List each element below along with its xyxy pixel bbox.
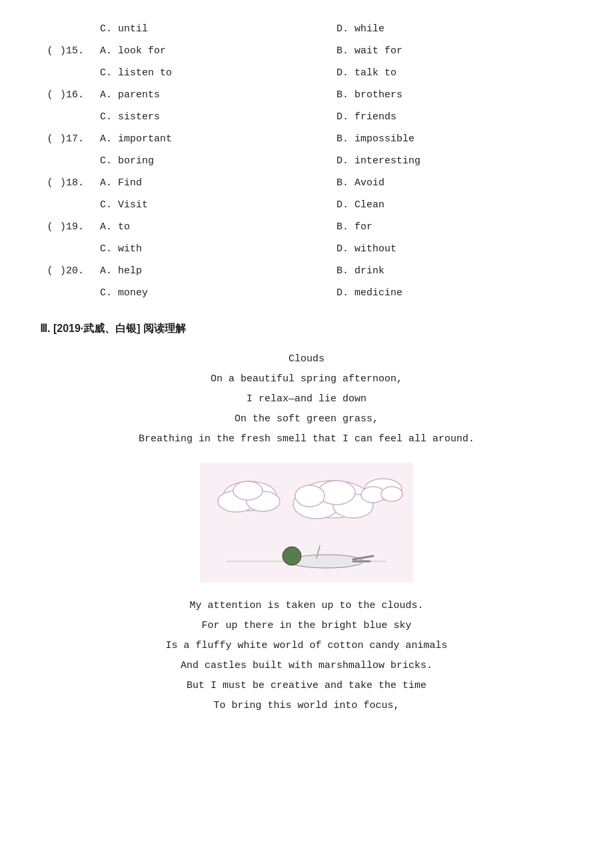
paren-19: ( [40,218,60,236]
question-18-cd: C. Visit D. Clean [40,196,573,214]
option-18d: D. Clean [336,196,573,214]
option-17b: B. impossible [336,130,573,148]
question-14-cd: C. until D. while [40,20,573,38]
paren-16: ( [40,86,60,104]
section-bracket: [2019·武威、白银] [53,323,141,334]
option-18b: B. Avoid [336,174,573,192]
option-19a: A. to [100,218,336,236]
paren-18: ( [40,174,60,192]
svg-point-12 [381,487,402,501]
poem-line-3: On the soft green grass, [40,409,573,429]
svg-point-15 [283,547,301,565]
option-19d: D. without [336,240,573,258]
question-20-cd: C. money D. medicine [40,284,573,302]
question-19-ab: ( )19. A. to B. for [40,218,573,236]
cloud-illustration [200,463,413,583]
option-16c: C. sisters [100,108,336,126]
question-19-cd: C. with D. without [40,240,573,258]
question-15-cd: C. listen to D. talk to [40,64,573,82]
option-19c: C. with [100,240,336,258]
qnum-19: )19. [60,218,100,236]
qnum-15: )15. [60,42,100,60]
cloud-svg-image [200,463,413,583]
paren-20: ( [40,262,60,280]
section-title-text: 阅读理解 [143,323,186,334]
poem-line-9: But I must be creative and take the time [40,676,573,696]
question-17-ab: ( )17. A. important B. impossible [40,130,573,148]
poem-title: Clouds [40,349,573,369]
option-20d: D. medicine [336,284,573,302]
option-20b: B. drink [336,262,573,280]
option-20c: C. money [100,284,336,302]
poem-line-8: And castles built with marshmallow brick… [40,656,573,676]
section-3-label: Ⅲ. [2019·武威、白银] 阅读理解 [40,323,186,334]
question-16-ab: ( )16. A. parents B. brothers [40,86,573,104]
question-17-cd: C. boring D. interesting [40,152,573,170]
option-16d: D. friends [336,108,573,126]
paren-17: ( [40,130,60,148]
question-20-ab: ( )20. A. help B. drink [40,262,573,280]
option-16b: B. brothers [336,86,573,104]
poem-line-10: To bring this world into focus, [40,696,573,716]
poem-line-4: Breathing in the fresh smell that I can … [40,429,573,449]
qnum-16: )16. [60,86,100,104]
poem-line-2: I relax—and lie down [40,389,573,409]
option-16a: A. parents [100,86,336,104]
option-17d: D. interesting [336,152,573,170]
poem-line-5: My attention is taken up to the clouds. [40,596,573,616]
poem-line-1: On a beautiful spring afternoon, [40,369,573,389]
question-18-ab: ( )18. A. Find B. Avoid [40,174,573,192]
option-15b: B. wait for [336,42,573,60]
poem-line-7: Is a fluffy white world of cotton candy … [40,636,573,656]
qnum-17: )17. [60,130,100,148]
qnum-18: )18. [60,174,100,192]
option-15c: C. listen to [100,64,336,82]
poem-section: Clouds On a beautiful spring afternoon, … [40,349,573,716]
option-17a: A. important [100,130,336,148]
qnum-20: )20. [60,262,100,280]
option-18a: A. Find [100,174,336,192]
option-18c: C. Visit [100,196,336,214]
section-3-header: Ⅲ. [2019·武威、白银] 阅读理解 [40,322,573,336]
option-15d: D. talk to [336,64,573,82]
question-15-ab: ( )15. A. look for B. wait for [40,42,573,60]
paren-15: ( [40,42,60,60]
option-17c: C. boring [100,152,336,170]
question-16-cd: C. sisters D. friends [40,108,573,126]
poem-line-6: For up there in the bright blue sky [40,616,573,636]
section-numeral: Ⅲ. [40,323,50,334]
option-14d: D. while [336,20,573,38]
option-20a: A. help [100,262,336,280]
option-19b: B. for [336,218,573,236]
option-14c: C. until [100,20,336,38]
svg-point-9 [233,481,263,500]
svg-point-5 [295,485,324,507]
option-15a: A. look for [100,42,336,60]
